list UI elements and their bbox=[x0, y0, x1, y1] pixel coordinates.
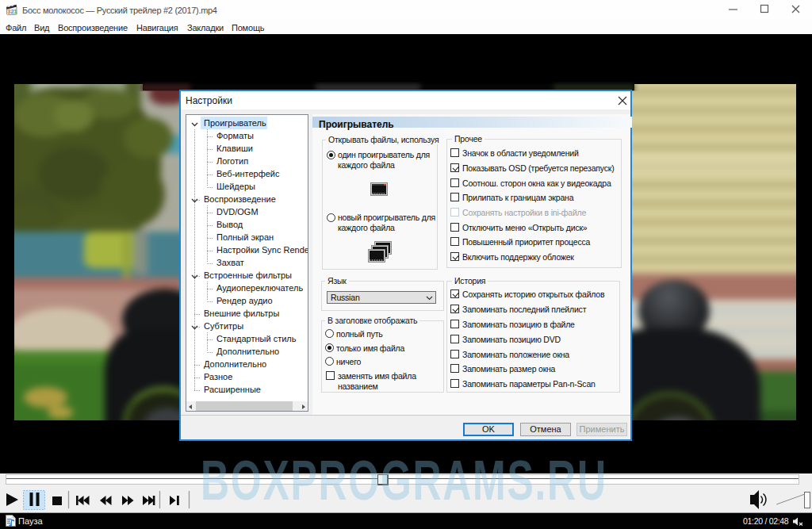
svg-text:1: 1 bbox=[14, 8, 17, 15]
